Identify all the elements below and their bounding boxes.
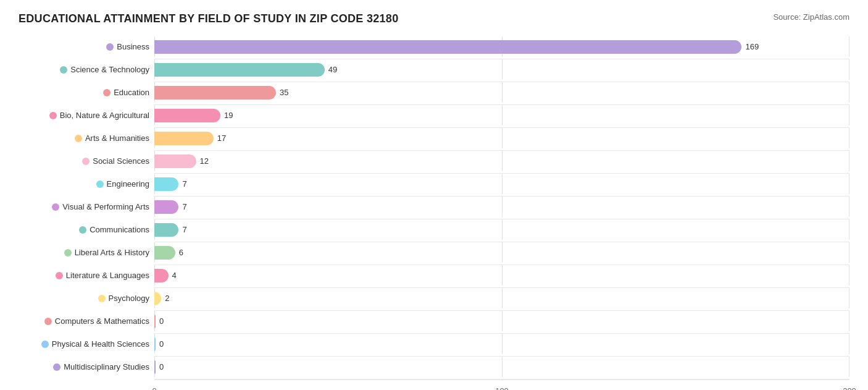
bar-content: 35 [154, 82, 849, 103]
bar-value: 49 [328, 65, 337, 74]
bar-value: 169 [745, 42, 759, 51]
bar-fill [154, 200, 178, 214]
bar-label-text: Psychology [109, 294, 149, 303]
bar-label: Education [19, 88, 154, 97]
bar-label-text: Engineering [107, 179, 149, 189]
bar-dot [44, 318, 52, 325]
axis-label: 0 [152, 386, 156, 390]
bar-row: Science & Technology49 [19, 59, 849, 80]
bar-row: Visual & Performing Arts7 [19, 197, 849, 217]
bar-value: 7 [182, 179, 186, 189]
bar-label-text: Communications [90, 225, 149, 234]
bar-track: 7 [154, 197, 849, 217]
bar-row: Physical & Health Sciences0 [19, 334, 849, 354]
bar-value: 4 [172, 271, 177, 280]
bar-row: Engineering7 [19, 174, 849, 194]
bar-row: Arts & Humanities17 [19, 128, 849, 148]
bar-value: 12 [200, 156, 209, 166]
bar-label: Multidisciplinary Studies [19, 362, 154, 371]
bar-row: Business169 [19, 36, 849, 57]
bar-track: 2 [154, 288, 849, 308]
bar-value: 17 [217, 134, 226, 143]
bar-label-text: Science & Technology [70, 65, 149, 74]
bar-dot [75, 135, 82, 142]
bar-track: 7 [154, 174, 849, 194]
bar-label-text: Business [117, 42, 149, 51]
bar-dot [41, 341, 49, 348]
bar-value: 35 [280, 88, 288, 97]
bar-label: Business [19, 42, 154, 51]
bar-label-text: Literature & Languages [66, 271, 149, 280]
bar-label-text: Multidisciplinary Studies [64, 362, 149, 371]
bar-row: Literature & Languages4 [19, 265, 849, 286]
bar-label: Literature & Languages [19, 271, 154, 280]
bar-value: 7 [182, 202, 186, 211]
bar-label-text: Bio, Nature & Agricultural [60, 111, 149, 120]
bar-value: 7 [182, 225, 186, 234]
axis-label: 100 [495, 386, 509, 390]
bar-label-text: Social Sciences [93, 156, 149, 166]
bar-fill [154, 177, 178, 191]
bar-dot [56, 272, 63, 279]
bar-row: Liberal Arts & History6 [19, 242, 849, 263]
bar-dot [52, 203, 59, 211]
bar-track: 49 [154, 59, 849, 80]
bar-track: 169 [154, 36, 849, 57]
bar-content: 169 [154, 36, 849, 57]
bar-row: Social Sciences12 [19, 151, 849, 171]
bar-fill [154, 63, 325, 77]
bar-content: 17 [154, 128, 849, 148]
bar-fill [154, 223, 178, 237]
bar-value: 0 [159, 362, 164, 371]
bar-fill [154, 86, 276, 100]
bar-label-text: Visual & Performing Arts [62, 202, 149, 211]
bar-dot [64, 249, 72, 256]
bar-track: 7 [154, 219, 849, 240]
bar-label: Computers & Mathematics [19, 316, 154, 326]
bar-row: Computers & Mathematics0 [19, 311, 849, 331]
bar-label: Arts & Humanities [19, 134, 154, 143]
bar-dot [98, 295, 106, 302]
bar-content: 0 [154, 311, 849, 331]
bar-fill [154, 315, 156, 328]
bar-label: Engineering [19, 179, 154, 189]
bar-dot [103, 89, 111, 96]
bar-content: 19 [154, 105, 849, 125]
bar-fill [154, 292, 161, 305]
bar-label: Visual & Performing Arts [19, 202, 154, 211]
bar-dot [79, 226, 86, 234]
chart-area: Business169Science & Technology49Educati… [19, 36, 849, 390]
bar-content: 0 [154, 357, 849, 377]
bar-fill [154, 109, 220, 122]
bar-track: 35 [154, 82, 849, 103]
bar-dot [53, 363, 61, 371]
chart-title: EDUCATIONAL ATTAINMENT BY FIELD OF STUDY… [19, 12, 398, 25]
bar-dot [96, 180, 104, 188]
row-separator [154, 379, 849, 379]
bar-content: 12 [154, 151, 849, 171]
bar-track: 0 [154, 311, 849, 331]
bar-label: Social Sciences [19, 156, 154, 166]
bar-label: Science & Technology [19, 65, 154, 74]
bar-label: Communications [19, 225, 154, 234]
bar-track: 0 [154, 334, 849, 354]
bar-value: 19 [224, 111, 233, 120]
bar-dot [49, 112, 57, 119]
bar-dot [106, 43, 114, 51]
bar-content: 4 [154, 265, 849, 286]
axis-row: 0100200 [154, 384, 849, 390]
bar-content: 6 [154, 242, 849, 263]
bar-label: Bio, Nature & Agricultural [19, 111, 154, 120]
bar-value: 0 [159, 316, 164, 326]
bar-label-text: Education [114, 88, 149, 97]
bar-track: 6 [154, 242, 849, 263]
bar-track: 4 [154, 265, 849, 286]
axis-separator [154, 379, 849, 380]
bar-value: 0 [159, 339, 164, 349]
bar-fill [154, 269, 169, 282]
bar-fill [154, 246, 175, 260]
bar-track: 17 [154, 128, 849, 148]
bar-row: Communications7 [19, 219, 849, 240]
bar-dot [82, 158, 90, 165]
bar-label-text: Liberal Arts & History [75, 248, 149, 257]
